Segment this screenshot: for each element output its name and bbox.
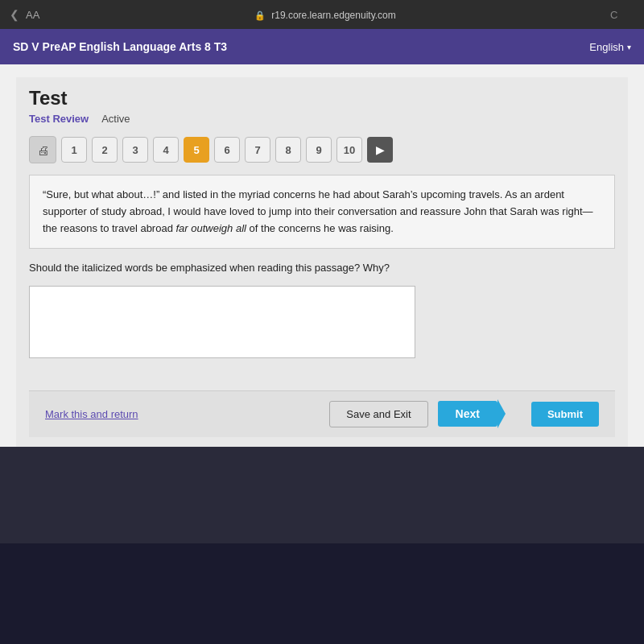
test-review-label: Test Review (29, 113, 89, 125)
c-button[interactable]: C (610, 9, 617, 21)
course-title: SD V PreAP English Language Arts 8 T3 (13, 40, 227, 53)
pagination-row: 🖨 1 2 3 4 5 6 7 8 9 10 ▶ (29, 136, 615, 163)
dark-bottom-area (0, 447, 644, 543)
bottom-bar: Mark this and return Save and Exit Next … (29, 390, 615, 437)
pagination-next-arrow[interactable]: ▶ (367, 137, 393, 163)
mark-this-link[interactable]: Mark this and return (45, 408, 138, 420)
font-size-label[interactable]: AA (26, 9, 39, 21)
page-btn-2[interactable]: 2 (92, 137, 118, 163)
language-dropdown-arrow: ▾ (627, 43, 631, 52)
browser-right: C (610, 7, 634, 22)
main-panel: Test Test Review Active 🖨 1 2 3 4 5 6 7 … (16, 77, 628, 447)
page-btn-8[interactable]: 8 (275, 137, 301, 163)
page-btn-4[interactable]: 4 (153, 137, 179, 163)
passage-italic: far outweigh all (176, 222, 246, 234)
subtitle-row: Test Review Active (29, 113, 615, 125)
page-btn-5[interactable]: 5 (184, 137, 209, 163)
browser-nav: ❮ AA (10, 8, 39, 21)
language-label: English (589, 41, 624, 53)
language-selector[interactable]: English ▾ (589, 41, 631, 53)
top-nav: SD V PreAP English Language Arts 8 T3 En… (0, 29, 644, 64)
question-text: Should the italicized words be emphasize… (29, 260, 615, 276)
page-btn-1[interactable]: 1 (61, 137, 87, 163)
content-area: Test Test Review Active 🖨 1 2 3 4 5 6 7 … (0, 64, 644, 447)
next-button[interactable]: Next (438, 401, 497, 427)
active-status: Active (101, 113, 130, 125)
browser-bar: ❮ AA 🔒 r19.core.learn.edgenuity.com C (0, 0, 644, 29)
print-icon[interactable]: 🖨 (29, 136, 56, 163)
passage-text-after: of the concerns he was raising. (246, 222, 394, 234)
lock-icon: 🔒 (254, 10, 266, 20)
page-btn-6[interactable]: 6 (214, 137, 240, 163)
url-text: r19.core.learn.edgenuity.com (271, 10, 396, 21)
passage-box: “Sure, but what about…!” and listed in t… (29, 175, 615, 249)
submit-button[interactable]: Submit (531, 402, 599, 427)
save-exit-button[interactable]: Save and Exit (329, 401, 427, 427)
page-btn-3[interactable]: 3 (122, 137, 148, 163)
page-title: Test (29, 87, 615, 109)
answer-textarea[interactable] (29, 286, 415, 358)
page-btn-10[interactable]: 10 (336, 137, 362, 163)
page-btn-9[interactable]: 9 (306, 137, 332, 163)
page-btn-7[interactable]: 7 (245, 137, 270, 163)
back-arrow[interactable]: ❮ (10, 8, 19, 21)
url-bar[interactable]: 🔒 r19.core.learn.edgenuity.com (56, 9, 594, 21)
